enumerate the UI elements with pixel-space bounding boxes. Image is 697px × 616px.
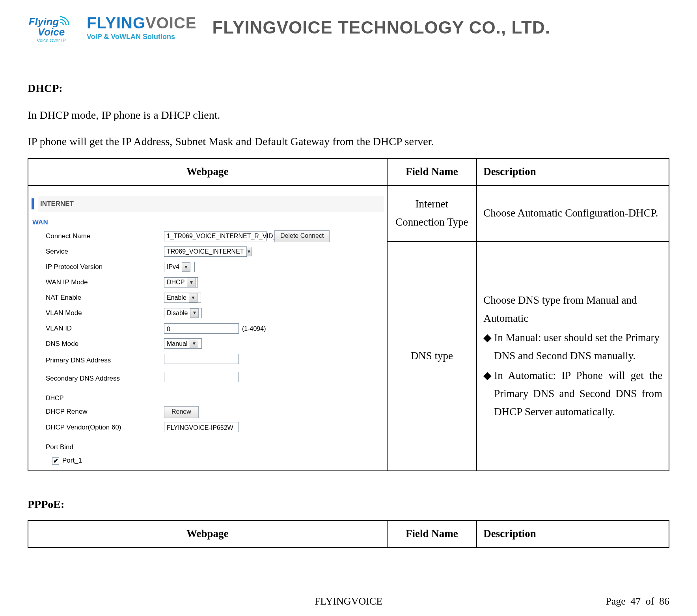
logo-mark: Flying Voice Voice Over IP bbox=[28, 10, 75, 45]
diamond-icon: ◆ bbox=[483, 367, 492, 421]
config-panel: INTERNET WAN Connect Name 1_TR069_VOICE_… bbox=[28, 186, 387, 471]
chevron-down-icon: ▼ bbox=[190, 308, 199, 318]
label-service: Service bbox=[46, 246, 160, 258]
chevron-down-icon: ▼ bbox=[189, 293, 198, 302]
col-desc-2: Description bbox=[477, 521, 669, 547]
chevron-down-icon: ▼ bbox=[246, 247, 252, 256]
field-internet-conn-type: Internet Connection Type bbox=[387, 185, 477, 242]
select-wan-ip-mode[interactable]: DHCP ▼ bbox=[164, 277, 198, 287]
panel-section-internet: INTERNET bbox=[38, 196, 384, 212]
label-primary-dns: Primary DNS Address bbox=[46, 355, 160, 366]
logo-mark-line2: Voice bbox=[38, 27, 65, 37]
label-wan-ip-mode: WAN IP Mode bbox=[46, 277, 160, 288]
dhcp-heading: DHCP: bbox=[28, 79, 669, 98]
wifi-icon bbox=[60, 12, 74, 25]
footer-page-number: Page 47 of 86 bbox=[606, 595, 669, 607]
pppoe-table: Webpage Field Name Description bbox=[28, 520, 669, 548]
select-value: DHCP bbox=[167, 277, 184, 287]
input-vlan-id[interactable]: 0 bbox=[164, 323, 239, 334]
pppoe-heading: PPPoE: bbox=[28, 495, 669, 514]
select-nat-enable[interactable]: Enable ▼ bbox=[164, 293, 201, 303]
logo-wordmark: FLYINGVOICE VoIP & VoWLAN Solutions bbox=[87, 14, 196, 41]
select-value: Manual bbox=[167, 338, 187, 349]
col-webpage-2: Webpage bbox=[28, 521, 387, 547]
label-vlan-id: VLAN ID bbox=[46, 323, 160, 334]
label-vlan-mode: VLAN Mode bbox=[46, 308, 160, 319]
label-dhcp-renew: DHCP Renew bbox=[46, 406, 160, 418]
chevron-down-icon: ▼ bbox=[187, 278, 196, 287]
dhcp-para-1: In DHCP mode, IP phone is a DHCP client. bbox=[28, 106, 669, 125]
input-secondary-dns[interactable] bbox=[164, 372, 239, 382]
input-dhcp-vendor[interactable]: FLYINGVOICE-IP652W bbox=[164, 422, 239, 432]
footer-center: FLYINGVOICE bbox=[315, 595, 382, 607]
logo-mark-line1: Flying bbox=[29, 17, 59, 27]
col-webpage: Webpage bbox=[28, 159, 387, 185]
page-footer: FLYINGVOICE Page 47 of 86 bbox=[0, 595, 697, 607]
select-vlan-mode[interactable]: Disable ▼ bbox=[164, 308, 202, 318]
label-dns-mode: DNS Mode bbox=[46, 338, 160, 350]
wordmark-voice: VOICE bbox=[145, 14, 196, 32]
label-nat-enable: NAT Enable bbox=[46, 292, 160, 304]
panel-section-wan: WAN bbox=[32, 217, 384, 228]
delete-connect-button[interactable]: Delete Connect bbox=[274, 230, 330, 242]
select-ip-protocol[interactable]: IPv4 ▼ bbox=[164, 262, 195, 272]
label-secondary-dns: Secondary DNS Address bbox=[46, 373, 160, 385]
desc-internet-conn-type: Choose Automatic Configuration-DHCP. bbox=[477, 185, 669, 242]
col-desc: Description bbox=[477, 159, 669, 185]
diamond-icon: ◆ bbox=[483, 329, 492, 365]
wordmark-sub: VoIP & VoWLAN Solutions bbox=[87, 33, 196, 41]
select-value: 1_TR069_VOICE_INTERNET_R_VID_ bbox=[167, 231, 276, 241]
col-field: Field Name bbox=[387, 159, 477, 185]
input-primary-dns[interactable] bbox=[164, 354, 239, 364]
panel-subsection-dhcp: DHCP bbox=[46, 393, 384, 403]
desc-dns-bullet1: In Manual: user should set the Primary D… bbox=[494, 329, 662, 365]
select-service[interactable]: TR069_VOICE_INTERNET ▼ bbox=[164, 246, 247, 257]
dhcp-para-2: IP phone will get the IP Address, Subnet… bbox=[28, 132, 669, 151]
label-port1: Port_1 bbox=[62, 455, 82, 467]
label-dhcp-vendor: DHCP Vendor(Option 60) bbox=[46, 422, 160, 433]
dhcp-table: Webpage Field Name Description INTERNET … bbox=[28, 158, 669, 472]
renew-button[interactable]: Renew bbox=[164, 406, 199, 418]
desc-dns-intro: Choose DNS type from Manual and Automati… bbox=[483, 291, 662, 328]
select-value: TR069_VOICE_INTERNET bbox=[167, 246, 244, 257]
checkbox-port1[interactable]: ✔ bbox=[52, 457, 59, 465]
page-header: Flying Voice Voice Over IP FLYINGVOICE V… bbox=[28, 0, 669, 51]
label-port-bind: Port Bind bbox=[46, 442, 384, 453]
hint-vlan-range: (1-4094) bbox=[242, 323, 266, 334]
company-title: FLYINGVOICE TECHNOLOGY CO., LTD. bbox=[212, 18, 550, 37]
accent-bar-icon bbox=[32, 198, 34, 209]
select-dns-mode[interactable]: Manual ▼ bbox=[164, 338, 202, 349]
col-field-2: Field Name bbox=[387, 521, 477, 547]
wordmark-flying: FLYING bbox=[87, 14, 145, 32]
chevron-down-icon: ▼ bbox=[182, 262, 190, 272]
desc-dns-type: Choose DNS type from Manual and Automati… bbox=[477, 241, 669, 471]
select-value: IPv4 bbox=[167, 261, 179, 272]
label-ip-protocol: IP Protocol Version bbox=[46, 261, 160, 273]
select-connect-name[interactable]: 1_TR069_VOICE_INTERNET_R_VID_ ▼ bbox=[164, 231, 266, 241]
desc-dns-bullet2: In Automatic: IP Phone will get the Prim… bbox=[494, 367, 662, 421]
label-connect-name: Connect Name bbox=[46, 231, 160, 242]
select-value: Enable bbox=[167, 292, 186, 303]
field-dns-type: DNS type bbox=[387, 241, 477, 471]
select-value: Disable bbox=[167, 308, 188, 318]
chevron-down-icon: ▼ bbox=[190, 339, 198, 348]
logo-mark-tag: Voice Over IP bbox=[37, 38, 65, 43]
